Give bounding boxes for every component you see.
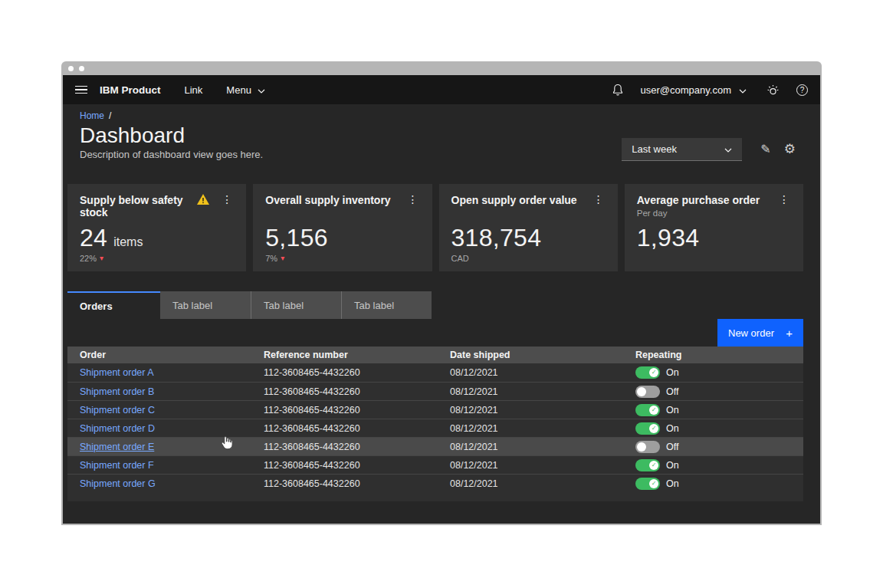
repeating-toggle[interactable]: ✓ xyxy=(635,441,660,453)
order-link[interactable]: Shipment order D xyxy=(80,423,155,434)
repeating-toggle[interactable]: ✓ xyxy=(635,404,660,416)
order-link[interactable]: Shipment order B xyxy=(80,386,154,397)
repeating-toggle[interactable]: ✓ xyxy=(635,422,660,435)
hamburger-menu-icon[interactable] xyxy=(75,86,87,94)
date-shipped: 08/12/2021 xyxy=(438,405,623,416)
table-row[interactable]: Shipment order A 112-3608465-4432260 08/… xyxy=(67,363,803,382)
orders-table: Order Reference number Date shipped Repe… xyxy=(67,347,803,501)
window-body: IBM Product Link Menu user@company.com xyxy=(61,75,822,525)
table-header-row: Order Reference number Date shipped Repe… xyxy=(67,347,803,363)
toggle-label: On xyxy=(666,423,679,434)
new-order-button[interactable]: New order + xyxy=(717,319,803,347)
column-header-reference: Reference number xyxy=(251,350,438,360)
date-shipped: 08/12/2021 xyxy=(438,442,623,452)
table-toolbar: New order + xyxy=(67,319,803,347)
overflow-menu-icon[interactable]: ⋮ xyxy=(220,194,234,205)
dashboard-controls: Last week ✎ ⚙ xyxy=(622,138,796,161)
card-average-purchase-order: Average purchase order Per day ⋮ 1,934 xyxy=(625,184,803,271)
toggle-label: On xyxy=(666,460,679,471)
brand-title[interactable]: IBM Product xyxy=(100,84,161,96)
table-row[interactable]: Shipment order C 112-3608465-4432260 08/… xyxy=(67,400,803,419)
chevron-down-icon xyxy=(724,143,732,155)
new-order-label: New order xyxy=(728,327,774,339)
window-dot xyxy=(68,66,74,71)
check-icon: ✓ xyxy=(652,407,657,413)
order-link[interactable]: Shipment order E xyxy=(80,442,154,452)
nav-menu[interactable]: Menu xyxy=(226,84,265,96)
app-window: IBM Product Link Menu user@company.com xyxy=(61,61,822,525)
card-delta: 22% xyxy=(80,254,97,263)
check-icon: ✓ xyxy=(652,462,657,468)
tab-label: Tab label xyxy=(354,300,394,311)
table-row[interactable]: Shipment order B 112-3608465-4432260 08/… xyxy=(67,382,803,400)
delta-down-icon: ▾ xyxy=(100,254,103,262)
repeating-toggle[interactable]: ✓ xyxy=(635,366,660,379)
screenshot-canvas: IBM Product Link Menu user@company.com xyxy=(0,0,883,588)
overflow-menu-icon[interactable]: ⋮ xyxy=(592,194,606,205)
tab-bar: Orders Tab label Tab label Tab label xyxy=(67,291,803,319)
card-subtitle: Per day xyxy=(637,209,760,218)
table-row[interactable]: Shipment order D 112-3608465-4432260 08/… xyxy=(67,419,803,437)
breadcrumb-separator: / xyxy=(109,110,111,121)
chevron-down-icon xyxy=(258,84,265,96)
time-range-value: Last week xyxy=(632,143,677,155)
column-header-date: Date shipped xyxy=(438,350,623,360)
date-shipped: 08/12/2021 xyxy=(438,386,623,397)
order-link[interactable]: Shipment order C xyxy=(80,405,155,416)
card-title: Supply below safety stock xyxy=(80,194,191,218)
date-shipped: 08/12/2021 xyxy=(438,460,623,471)
help-icon[interactable]: ? xyxy=(796,84,808,96)
card-value: 1,934 xyxy=(637,225,700,251)
card-title: Overall supply inventory xyxy=(265,194,405,206)
toggle-label: Off xyxy=(666,386,678,397)
reference-number: 112-3608465-4432260 xyxy=(251,386,438,397)
tab-label: Tab label xyxy=(264,300,304,311)
edit-icon[interactable]: ✎ xyxy=(760,143,770,156)
column-header-repeating: Repeating xyxy=(623,350,803,360)
overflow-menu-icon[interactable]: ⋮ xyxy=(777,194,791,205)
reference-number: 112-3608465-4432260 xyxy=(251,367,438,378)
window-titlebar xyxy=(61,61,822,75)
card-overall-supply-inventory: Overall supply inventory ⋮ 5,156 7% ▾ xyxy=(253,184,432,271)
breadcrumb-home-link[interactable]: Home xyxy=(80,110,104,121)
notification-bell-icon[interactable] xyxy=(612,84,624,96)
repeating-toggle[interactable]: ✓ xyxy=(635,478,660,490)
header-actions: user@company.com ? xyxy=(612,84,808,97)
warning-triangle-icon xyxy=(197,194,209,205)
order-link[interactable]: Shipment order A xyxy=(80,367,154,378)
card-value: 318,754 xyxy=(451,225,542,251)
tab-label-1[interactable]: Tab label xyxy=(160,291,251,319)
tab-label: Tab label xyxy=(172,300,212,311)
repeating-toggle[interactable]: ✓ xyxy=(635,459,660,471)
time-range-dropdown[interactable]: Last week xyxy=(622,138,742,161)
card-supply-below-safety-stock: Supply below safety stock ⋮ 24 items 22% xyxy=(67,184,246,271)
table-row-hovered[interactable]: Shipment order E 112-3608465-4432260 08/… xyxy=(67,437,803,455)
settings-gear-icon[interactable]: ⚙ xyxy=(784,143,796,156)
date-shipped: 08/12/2021 xyxy=(438,423,623,434)
order-link[interactable]: Shipment order G xyxy=(80,478,156,489)
reference-number: 112-3608465-4432260 xyxy=(251,478,438,489)
tab-label-2[interactable]: Tab label xyxy=(251,291,341,319)
reference-number: 112-3608465-4432260 xyxy=(251,460,438,471)
card-value-suffix: items xyxy=(113,235,143,249)
nav-menu-label: Menu xyxy=(226,84,251,96)
toggle-label: On xyxy=(666,478,679,489)
table-row[interactable]: Shipment order G 112-3608465-4432260 08/… xyxy=(67,474,803,492)
tab-label: Orders xyxy=(80,301,113,312)
light-theme-icon[interactable] xyxy=(766,84,780,97)
card-title: Open supply order value xyxy=(451,194,592,206)
user-account-menu[interactable]: user@company.com xyxy=(641,84,747,96)
reference-number: 112-3608465-4432260 xyxy=(251,442,438,452)
card-open-supply-order-value: Open supply order value ⋮ 318,754 CAD xyxy=(439,184,618,271)
user-email: user@company.com xyxy=(641,84,731,96)
table-row[interactable]: Shipment order F 112-3608465-4432260 08/… xyxy=(67,455,803,474)
check-icon: ✓ xyxy=(652,370,657,376)
order-link[interactable]: Shipment order F xyxy=(80,460,154,471)
tab-orders[interactable]: Orders xyxy=(67,291,160,319)
overflow-menu-icon[interactable]: ⋮ xyxy=(406,194,420,205)
app-header: IBM Product Link Menu user@company.com xyxy=(63,75,820,104)
nav-link[interactable]: Link xyxy=(185,84,203,96)
delta-down-icon: ▾ xyxy=(281,254,284,262)
repeating-toggle[interactable]: ✓ xyxy=(635,386,660,398)
tab-label-3[interactable]: Tab label xyxy=(341,291,432,319)
